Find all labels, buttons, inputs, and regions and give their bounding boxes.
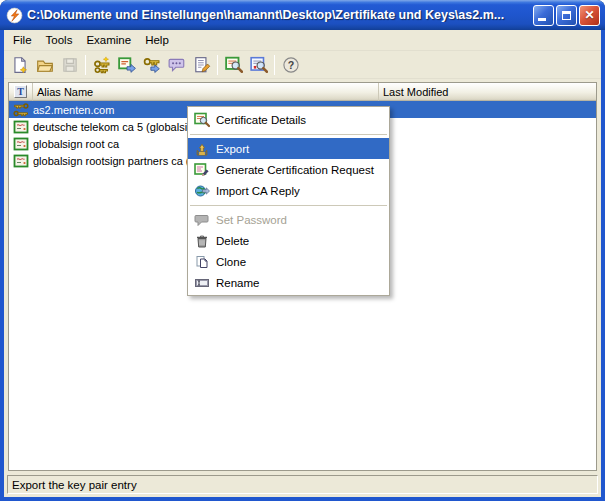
import-keypair-icon: [143, 56, 161, 74]
import-ca-reply-icon: [193, 182, 210, 199]
menu-help[interactable]: Help: [138, 32, 176, 48]
menu-examine[interactable]: Examine: [79, 32, 138, 48]
delete-icon: [193, 232, 210, 249]
toolbar-separator: [85, 55, 86, 75]
menu-item-label: Set Password: [216, 214, 287, 226]
toolbar: ?: [4, 51, 601, 79]
certificate-details-icon: [193, 111, 210, 128]
export-icon: [193, 140, 210, 157]
keystore-app-icon: [6, 7, 23, 24]
menu-item-label: Import CA Reply: [216, 185, 300, 197]
menu-item-label: Delete: [216, 235, 249, 247]
open-keystore-icon: [36, 56, 54, 74]
column-header-alias[interactable]: Alias Name: [33, 83, 379, 101]
close-icon: ✕: [584, 9, 594, 21]
table-header: T Alias Name Last Modified: [9, 83, 596, 101]
save-keystore-button[interactable]: [57, 53, 82, 77]
type-column-icon: T: [14, 85, 27, 98]
menu-item-certificate-details[interactable]: Certificate Details: [188, 109, 389, 130]
clone-icon: [193, 253, 210, 270]
titlebar: C:\Dokumente und Einstellungen\hamannt\D…: [0, 0, 605, 30]
import-trusted-certificate-icon: [118, 56, 136, 74]
app-window: C:\Dokumente und Einstellungen\hamannt\D…: [0, 0, 605, 501]
maximize-icon: [562, 11, 571, 20]
examine-crl-button[interactable]: [246, 53, 271, 77]
help-icon: ?: [282, 56, 300, 74]
column-header-type[interactable]: T: [9, 83, 33, 101]
menu-file[interactable]: File: [6, 32, 39, 48]
new-keystore-icon: [11, 56, 29, 74]
menu-tools[interactable]: Tools: [39, 32, 80, 48]
import-trusted-certificate-button[interactable]: [114, 53, 139, 77]
set-password-icon: [168, 56, 186, 74]
context-menu: Certificate DetailsExportGenerate Certif…: [187, 106, 390, 296]
svg-text:?: ?: [287, 58, 294, 70]
certificate-icon: [13, 153, 29, 169]
toolbar-separator: [274, 55, 275, 75]
properties-button[interactable]: [189, 53, 214, 77]
open-keystore-button[interactable]: [32, 53, 57, 77]
menu-item-export[interactable]: Export: [188, 138, 389, 159]
toolbar-separator: [217, 55, 218, 75]
menu-item-generate-certification-request[interactable]: Generate Certification Request: [188, 159, 389, 180]
keypair-icon: [13, 102, 29, 118]
help-button[interactable]: ?: [278, 53, 303, 77]
window-title: C:\Dokumente und Einstellungen\hamannt\D…: [27, 8, 531, 22]
minimize-button[interactable]: [533, 5, 554, 26]
generate-keypair-button[interactable]: [89, 53, 114, 77]
status-text: Export the key pair entry: [12, 479, 137, 491]
menu-separator: [190, 134, 387, 135]
menu-item-clone[interactable]: Clone: [188, 251, 389, 272]
examine-crl-icon: [250, 56, 268, 74]
menu-item-rename[interactable]: Rename: [188, 272, 389, 293]
close-button[interactable]: ✕: [579, 5, 600, 26]
examine-certificate-button[interactable]: [221, 53, 246, 77]
new-keystore-button[interactable]: [7, 53, 32, 77]
menu-item-label: Certificate Details: [216, 114, 306, 126]
menu-item-delete[interactable]: Delete: [188, 230, 389, 251]
statusbar-area: Export the key pair entry: [4, 473, 601, 497]
menu-item-label: Clone: [216, 256, 246, 268]
generate-csr-icon: [193, 161, 210, 178]
set-password-gray-icon: [193, 211, 210, 228]
properties-icon: [193, 56, 211, 74]
menu-item-label: Generate Certification Request: [216, 164, 374, 176]
menubar: File Tools Examine Help: [4, 30, 601, 51]
import-keypair-button[interactable]: [139, 53, 164, 77]
set-password-button[interactable]: [164, 53, 189, 77]
menu-item-import-ca-reply[interactable]: Import CA Reply: [188, 180, 389, 201]
menu-item-set-password: Set Password: [188, 209, 389, 230]
rename-icon: [193, 274, 210, 291]
save-keystore-icon: [61, 56, 79, 74]
menu-separator: [190, 205, 387, 206]
minimize-icon: [538, 18, 546, 21]
statusbar: Export the key pair entry: [7, 475, 598, 494]
maximize-button[interactable]: [556, 5, 577, 26]
certificate-icon: [13, 136, 29, 152]
menu-item-label: Export: [216, 143, 249, 155]
certificate-icon: [13, 119, 29, 135]
menu-item-label: Rename: [216, 277, 259, 289]
generate-keypair-icon: [93, 56, 111, 74]
examine-certificate-icon: [225, 56, 243, 74]
column-header-last-modified[interactable]: Last Modified: [379, 83, 596, 101]
